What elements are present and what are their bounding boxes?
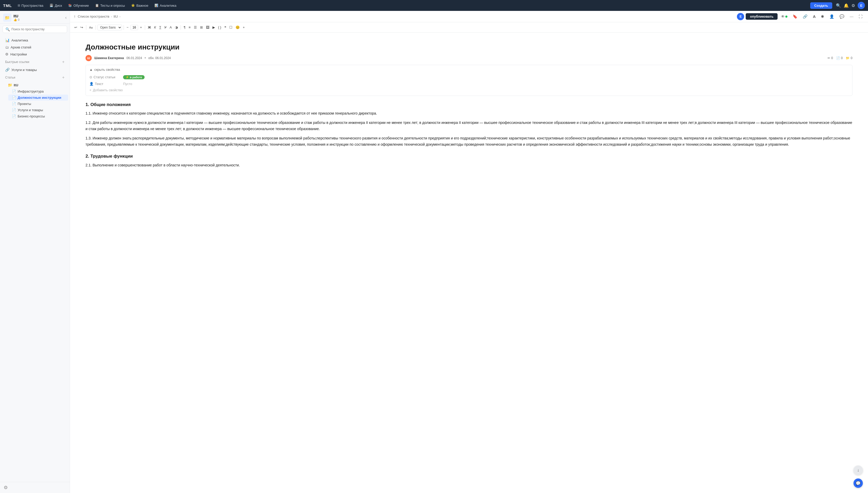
search-icon-btn[interactable]: 🔍	[836, 3, 841, 8]
sidebar-item-archive[interactable]: 🗂 Архив статей	[2, 44, 68, 50]
sidebar-toggle-btn[interactable]: ‹	[65, 15, 67, 20]
link-icon: 🔗	[5, 68, 9, 72]
toolbar-user-btn[interactable]: E	[737, 13, 744, 20]
image-btn[interactable]: 🖼	[205, 25, 210, 30]
sidebar-item-services-goods[interactable]: 📄 Услуги и товары	[8, 107, 68, 113]
box-btn[interactable]: ☐	[228, 25, 234, 30]
section1-title: 1. Общие положения	[86, 101, 852, 109]
comment-btn[interactable]: 💬	[838, 13, 846, 20]
sidebar-item-business-processes[interactable]: 📄 Бизнес-процессы	[8, 113, 68, 119]
link-btn[interactable]: 🔗	[801, 13, 809, 20]
nav-analytics[interactable]: 📊 Аналитика	[152, 3, 179, 8]
media-btn[interactable]: ▶	[211, 25, 216, 30]
sidebar-item-settings[interactable]: ⚙ Настройки	[2, 51, 68, 58]
doc-icon: 📄	[12, 108, 16, 112]
doc-icon: 📄	[12, 95, 16, 100]
sidebar-item-services-link[interactable]: 🔗 Услуги и товары	[2, 66, 68, 73]
font-size-auto-btn[interactable]: Аа	[88, 25, 94, 30]
properties-toggle[interactable]: ▲ скрыть свойства	[89, 68, 849, 71]
font-family-select[interactable]: Open Sans	[97, 25, 122, 30]
editor-content: Должностные инструкции Ш Шамина Екатерин…	[70, 33, 868, 493]
scroll-down-btn[interactable]: ↓	[853, 466, 863, 475]
bold-btn[interactable]: Ж	[147, 25, 152, 30]
format-btn-person[interactable]: 👤	[828, 13, 836, 20]
nav-important[interactable]: ⭐ Важное	[129, 3, 151, 8]
table-btn[interactable]: ⊞	[199, 25, 204, 30]
sidebar-folder-itu[interactable]: 📁 ItU	[4, 82, 68, 88]
nav-spaces[interactable]: ⊞ Пространства	[15, 3, 46, 8]
format-btn-star[interactable]: ✱	[819, 13, 826, 20]
quick-links-section[interactable]: Быстрые ссылки +	[2, 58, 68, 66]
bullet-list-btn[interactable]: ☰	[193, 25, 198, 30]
align-btn[interactable]: ≡	[187, 25, 192, 30]
status-label: ⊙ Статус статьи	[89, 75, 120, 79]
breadcrumb-sep2: ›	[119, 15, 120, 18]
paragraph-1-3: 1.3. Инженер должен знать:распорядительн…	[86, 135, 852, 148]
settings-icon: ⚙	[5, 52, 8, 56]
sidebar-item-infrastructure[interactable]: 📄 Инфраструктура	[8, 88, 68, 94]
main-layout: 📁 ItU 👍 0 ‹ 🔍 📊 Аналитика 🗂 Архив статей	[0, 11, 868, 493]
visibility-btn[interactable]: 👁	[779, 13, 789, 20]
strikethrough-btn[interactable]: У	[163, 25, 168, 30]
search-input[interactable]	[12, 27, 64, 31]
font-size-input[interactable]	[130, 25, 138, 30]
format-btn-A[interactable]: A	[811, 13, 818, 20]
add-property-btn[interactable]: + Добавить свойство	[89, 87, 849, 93]
breadcrumb: Список пространств › ItU ›	[78, 15, 735, 18]
content-toolbar: ↑ Список пространств › ItU › E опубликов…	[70, 11, 868, 22]
toolbar-sep3	[124, 25, 124, 30]
undo-btn[interactable]: ↩	[73, 25, 79, 30]
quote-btn[interactable]: ❝	[223, 25, 227, 30]
font-size-control: − +	[126, 25, 143, 30]
space-info: ItU 👍 0	[14, 14, 19, 22]
text-color-btn[interactable]: А	[168, 25, 173, 30]
update-text: обн. 06.01.2024	[148, 56, 171, 60]
font-size-decrease-btn[interactable]: −	[126, 25, 130, 30]
settings-gear-btn[interactable]: ⚙	[4, 485, 8, 490]
font-size-increase-btn[interactable]: +	[139, 25, 143, 30]
doc-icon: 📄	[12, 89, 16, 93]
breadcrumb-spaces[interactable]: Список пространств	[78, 15, 109, 18]
paragraph-btn[interactable]: ¶	[182, 25, 187, 30]
sidebar-item-analytics[interactable]: 📊 Аналитика	[2, 37, 68, 44]
insert-more-btn[interactable]: +	[242, 25, 246, 30]
nav-disk[interactable]: 💾 Диск	[47, 3, 65, 8]
properties-section: ▲ скрыть свойства ⊙ Статус статьи ⚡ в ра…	[86, 65, 852, 96]
disk-icon: 💾	[49, 4, 53, 7]
article-body: 1. Общие положения 1.1. Инженер относитс…	[86, 101, 852, 169]
fullscreen-btn[interactable]: ⛶	[857, 13, 864, 20]
toolbar-sep4	[145, 25, 145, 30]
nav-learning[interactable]: 📚 Обучение	[66, 3, 91, 8]
important-icon: ⭐	[131, 4, 135, 7]
underline-btn[interactable]: Т	[158, 25, 162, 30]
bookmark-btn[interactable]: 🔖	[791, 13, 799, 20]
sidebar-item-job-instructions[interactable]: 📄 Должностные инструкции	[8, 94, 68, 101]
user-avatar[interactable]: E	[858, 2, 865, 9]
article-title: Должностные инструкции	[86, 43, 852, 51]
emoji-btn[interactable]: 😊	[234, 25, 241, 30]
quick-links-add-btn[interactable]: +	[62, 60, 65, 64]
nav-tests[interactable]: 📋 Тесты и опросы	[92, 3, 128, 8]
paragraph-1-2: 1.2. Для работы инженером нужно:в должно…	[86, 120, 852, 132]
redo-btn[interactable]: ↪	[79, 25, 85, 30]
sidebar-search[interactable]: 🔍	[3, 26, 67, 33]
space-icon: 📁	[3, 14, 12, 22]
more-btn[interactable]: ⋯	[848, 13, 855, 20]
learning-icon: 📚	[68, 4, 72, 7]
code-btn[interactable]: { }	[217, 25, 223, 30]
chat-btn[interactable]: 💬	[853, 478, 863, 488]
sidebar-item-projects[interactable]: 📄 Проекты	[8, 101, 68, 107]
meta-counts: ✏ 0 📄 0 📁 0	[828, 56, 852, 60]
breadcrumb-space[interactable]: ItU	[113, 15, 118, 18]
italic-btn[interactable]: К	[153, 25, 158, 30]
breadcrumb-up-btn[interactable]: ↑	[73, 14, 76, 19]
articles-section[interactable]: Статьи +	[2, 73, 68, 81]
create-button[interactable]: Создать	[810, 2, 832, 9]
content-area: ↑ Список пространств › ItU › E опубликов…	[70, 11, 868, 493]
articles-add-btn[interactable]: +	[62, 75, 65, 80]
comment-icon: ✏	[828, 56, 830, 60]
publish-button[interactable]: опубликовать	[746, 13, 778, 20]
bell-icon-btn[interactable]: 🔔	[844, 3, 849, 8]
highlight-btn[interactable]: ◑	[174, 25, 179, 30]
settings-icon-btn[interactable]: ⚙	[851, 3, 855, 8]
